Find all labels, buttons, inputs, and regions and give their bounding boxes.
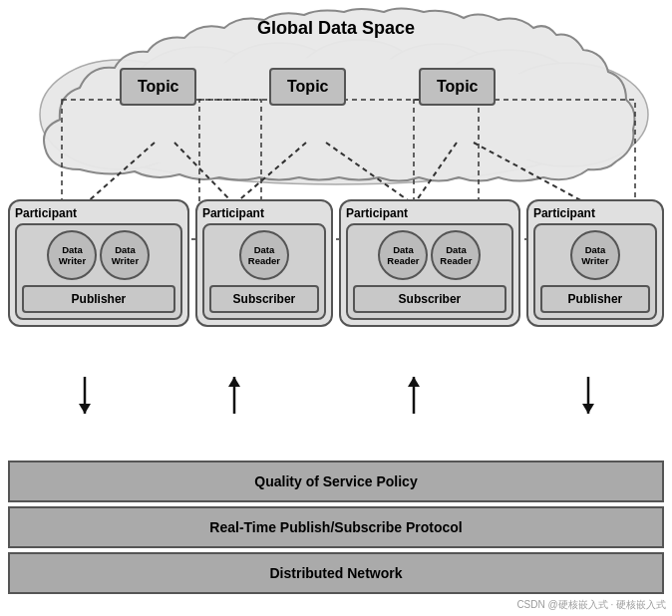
svg-line-13: [414, 143, 457, 204]
subscriber-box-3: Subscriber: [353, 285, 506, 313]
diagram-container: Global Data Space Topic Topic Topic Part…: [0, 0, 672, 616]
layer-rtps: Real-Time Publish/Subscribe Protocol: [8, 506, 664, 548]
topic-box-2: Topic: [269, 68, 346, 106]
participant-box-3: Participant DataReader DataReader Subscr…: [339, 199, 520, 327]
svg-marker-23: [408, 377, 420, 387]
global-data-space-title: Global Data Space: [0, 18, 672, 39]
data-reader-3b: DataReader: [431, 230, 481, 280]
participant-box-2: Participant DataReader Subscriber: [195, 199, 333, 327]
publisher-box-4: Publisher: [540, 285, 650, 313]
subscriber-box-2: Subscriber: [209, 285, 319, 313]
topic-box-3: Topic: [419, 68, 496, 106]
participant-3-label: Participant: [346, 206, 513, 220]
layer-network: Distributed Network: [8, 552, 664, 594]
svg-line-11: [234, 143, 306, 204]
topic-label-1: Topic: [138, 78, 178, 95]
layer-qos: Quality of Service Policy: [8, 461, 664, 502]
participant-4-label: Participant: [533, 206, 657, 220]
data-writer-1a: DataWriter: [47, 230, 97, 280]
svg-line-12: [326, 143, 414, 204]
layers-container: Quality of Service Policy Real-Time Publ…: [8, 461, 664, 594]
participant-2-label: Participant: [202, 206, 326, 220]
svg-line-10: [174, 143, 234, 204]
participant-box-4: Participant DataWriter Publisher: [526, 199, 664, 327]
svg-point-7: [489, 63, 648, 166]
svg-marker-21: [228, 377, 240, 387]
data-reader-2a: DataReader: [239, 230, 289, 280]
data-writer-1b: DataWriter: [100, 230, 150, 280]
svg-marker-19: [79, 404, 91, 414]
cloud-shape: [40, 40, 648, 184]
topic-box-1: Topic: [120, 68, 196, 106]
topic-label-2: Topic: [287, 78, 328, 95]
svg-line-14: [474, 143, 588, 204]
data-writer-4a: DataWriter: [570, 230, 620, 280]
watermark: CSDN @硬核嵌入式 · 硬核嵌入式: [516, 598, 666, 612]
data-reader-3a: DataReader: [378, 230, 428, 280]
topic-label-3: Topic: [437, 78, 478, 95]
publisher-box-1: Publisher: [22, 285, 175, 313]
participant-1-label: Participant: [15, 206, 182, 220]
svg-marker-25: [582, 404, 594, 414]
svg-line-9: [85, 143, 155, 204]
participant-box-1: Participant DataWriter DataWriter Publis…: [8, 199, 189, 327]
participants-row: Participant DataWriter DataWriter Publis…: [8, 199, 664, 327]
